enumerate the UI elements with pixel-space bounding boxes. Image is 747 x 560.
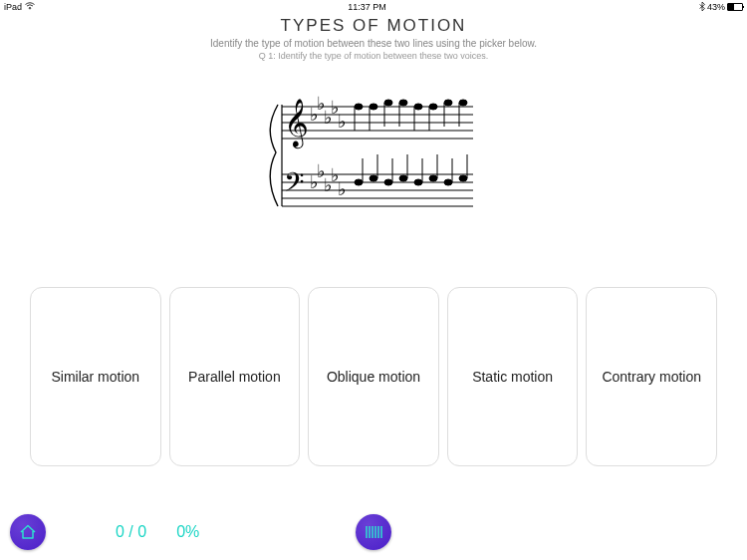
piano-icon: [365, 525, 382, 539]
svg-point-29: [399, 100, 407, 106]
options-row: Similar motion Parallel motion Oblique m…: [0, 287, 747, 466]
svg-point-45: [399, 175, 407, 181]
svg-point-47: [414, 179, 422, 185]
percent-text: 0%: [176, 523, 199, 541]
home-icon: [19, 523, 37, 541]
score-text: 0 / 0: [116, 523, 146, 541]
keyboard-button[interactable]: [356, 514, 391, 550]
option-label: Static motion: [472, 369, 553, 385]
option-label: Parallel motion: [188, 369, 281, 385]
svg-text:♭: ♭: [338, 112, 346, 132]
svg-point-43: [384, 179, 392, 185]
battery-icon: [727, 3, 743, 11]
page-subtitle: Identify the type of motion between thes…: [0, 38, 747, 49]
question-text: Q 1: Identify the type of motion between…: [0, 51, 747, 61]
svg-point-27: [384, 100, 392, 106]
svg-point-39: [355, 179, 363, 185]
svg-text:♭: ♭: [338, 179, 346, 199]
svg-point-35: [444, 100, 452, 106]
option-parallel[interactable]: Parallel motion: [169, 287, 301, 466]
status-time: 11:37 PM: [35, 2, 699, 12]
home-button[interactable]: [10, 514, 46, 550]
svg-text:𝄞: 𝄞: [284, 99, 309, 149]
option-contrary[interactable]: Contrary motion: [586, 287, 717, 466]
page-title: TYPES OF MOTION: [0, 16, 747, 36]
option-label: Contrary motion: [602, 369, 701, 385]
bottom-bar: 0 / 0 0%: [0, 512, 747, 552]
option-static[interactable]: Static motion: [447, 287, 579, 466]
option-oblique[interactable]: Oblique motion: [308, 287, 439, 466]
status-bar: iPad 11:37 PM 43%: [0, 0, 747, 14]
svg-point-53: [459, 175, 467, 181]
svg-point-31: [414, 104, 422, 110]
svg-point-23: [355, 104, 363, 110]
svg-point-33: [429, 104, 437, 110]
device-label: iPad: [4, 2, 22, 12]
battery-percent: 43%: [707, 2, 725, 12]
option-label: Similar motion: [51, 369, 139, 385]
svg-text:𝄢: 𝄢: [284, 167, 305, 203]
option-similar[interactable]: Similar motion: [30, 287, 161, 466]
option-label: Oblique motion: [327, 369, 420, 385]
bluetooth-icon: [699, 2, 705, 13]
music-notation: 𝄞 𝄢 ♭ ♭ ♭ ♭ ♭ ♭ ♭ ♭ ♭ ♭: [0, 87, 747, 226]
svg-point-25: [370, 104, 377, 110]
svg-point-51: [444, 179, 452, 185]
header: TYPES OF MOTION Identify the type of mot…: [0, 14, 747, 61]
svg-point-41: [370, 175, 377, 181]
svg-point-49: [429, 175, 437, 181]
svg-point-37: [459, 100, 467, 106]
wifi-icon: [25, 2, 35, 12]
